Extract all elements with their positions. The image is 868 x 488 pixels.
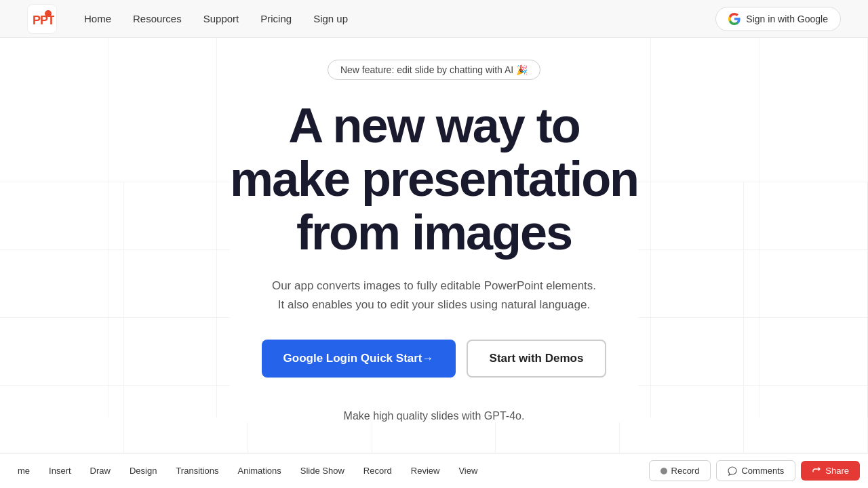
nav-home[interactable]: Home xyxy=(84,13,111,24)
svg-point-2 xyxy=(45,10,52,17)
cta-buttons: Google Login Quick Start→ Start with Dem… xyxy=(262,340,607,378)
taskbar-design[interactable]: Design xyxy=(120,460,166,481)
signin-button[interactable]: Sign in with Google xyxy=(715,7,841,31)
taskbar-draw[interactable]: Draw xyxy=(81,460,120,481)
signin-label: Sign in with Google xyxy=(746,14,828,24)
hero-subtitle: Our app converts images to fully editabl… xyxy=(272,277,596,316)
taskbar-transitions[interactable]: Transitions xyxy=(166,460,228,481)
feature-badge[interactable]: New feature: edit slide by chatting with… xyxy=(328,60,540,80)
taskbar-me[interactable]: me xyxy=(8,460,39,481)
taskbar-view[interactable]: View xyxy=(449,460,487,481)
taskbar-animations[interactable]: Animations xyxy=(229,460,291,481)
taskbar-menu: me Insert Draw Design Transitions Animat… xyxy=(8,460,649,481)
hero-subtitle-line2: It also enables you to edit your slides … xyxy=(278,298,590,311)
nav-resources[interactable]: Resources xyxy=(133,13,182,24)
record-label: Record xyxy=(671,466,700,476)
google-icon xyxy=(728,13,741,25)
nav-signup[interactable]: Sign up xyxy=(313,13,348,24)
record-icon xyxy=(660,468,667,474)
feature-badge-text: New feature: edit slide by chatting with… xyxy=(340,64,528,75)
nav-pricing[interactable]: Pricing xyxy=(260,13,292,24)
share-button[interactable]: Share xyxy=(801,461,860,481)
hero-heading-line3: from images xyxy=(296,205,572,260)
main-content: New feature: edit slide by chatting with… xyxy=(0,38,868,422)
navbar: PPT Home Resources Support Pricing Sign … xyxy=(0,0,868,38)
hero-heading: A new way to make presentation from imag… xyxy=(230,99,638,260)
taskbar-insert[interactable]: Insert xyxy=(39,460,81,481)
taskbar-slideshow[interactable]: Slide Show xyxy=(291,460,354,481)
taskbar-record-menu[interactable]: Record xyxy=(354,460,401,481)
taskbar-review[interactable]: Review xyxy=(401,460,450,481)
hero-section: New feature: edit slide by chatting with… xyxy=(230,38,638,422)
nav-links: Home Resources Support Pricing Sign up xyxy=(84,13,715,24)
cta-primary-button[interactable]: Google Login Quick Start→ xyxy=(262,340,456,378)
share-icon xyxy=(812,466,821,476)
nav-support[interactable]: Support xyxy=(203,13,239,24)
cta-secondary-button[interactable]: Start with Demos xyxy=(467,340,607,378)
comments-button[interactable]: Comments xyxy=(716,460,795,481)
comments-icon xyxy=(728,466,737,476)
hero-subtitle-line1: Our app converts images to fully editabl… xyxy=(272,279,596,292)
svg-text:PPT: PPT xyxy=(33,14,54,27)
taskbar-right: Record Comments Share xyxy=(649,460,860,481)
share-label: Share xyxy=(825,466,849,476)
hero-heading-line1: A new way to xyxy=(288,98,579,152)
comments-label: Comments xyxy=(741,466,784,476)
logo-box: PPT xyxy=(27,4,57,34)
logo[interactable]: PPT xyxy=(27,4,57,34)
taskbar: me Insert Draw Design Transitions Animat… xyxy=(0,453,868,488)
quality-text: Make high quality slides with GPT-4o. xyxy=(344,410,525,422)
hero-heading-line2: make presentation xyxy=(230,152,638,206)
record-button[interactable]: Record xyxy=(649,460,711,481)
